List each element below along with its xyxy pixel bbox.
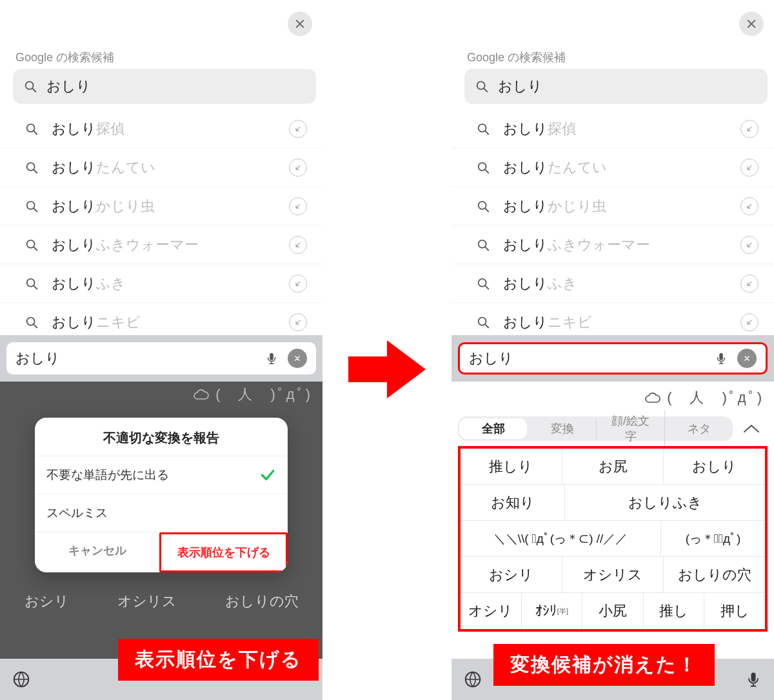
- clear-input-icon[interactable]: [288, 349, 307, 368]
- fill-arrow-icon[interactable]: [740, 120, 759, 138]
- svg-line-11: [34, 286, 37, 289]
- candidate-cell[interactable]: おしり: [663, 449, 765, 484]
- suggestion-item[interactable]: おしりかじり虫: [0, 187, 322, 226]
- kaomoji-preview: ( 人 )ﾟдﾟ): [452, 383, 774, 413]
- candidate-cell[interactable]: ｵｼﾘ[半]: [521, 593, 582, 629]
- fill-arrow-icon[interactable]: [289, 236, 307, 254]
- cancel-button[interactable]: キャンセル: [35, 532, 159, 572]
- suggestion-item[interactable]: おしりふき: [452, 264, 774, 303]
- svg-line-25: [485, 247, 488, 250]
- svg-line-9: [34, 247, 37, 250]
- mic-icon[interactable]: [744, 670, 762, 688]
- svg-line-7: [34, 208, 37, 211]
- globe-icon[interactable]: [463, 670, 482, 689]
- candidate-cell[interactable]: お知り: [461, 485, 564, 520]
- candidate-peek-row: おシリ オシリス おしりの穴: [0, 585, 322, 617]
- suggestion-header: Google の検索候補: [15, 50, 114, 65]
- text-input[interactable]: おしり: [6, 342, 316, 374]
- cloud-icon: [644, 391, 662, 405]
- tab-neta[interactable]: ネタ: [665, 418, 733, 439]
- modal-option-spelling-error[interactable]: スペルミス: [35, 494, 288, 532]
- input-value: おしり: [15, 349, 60, 368]
- modal-option-unwanted-word[interactable]: 不要な単語が先に出る: [35, 456, 288, 494]
- fill-arrow-icon[interactable]: [289, 120, 307, 138]
- search-icon: [476, 122, 490, 136]
- lower-rank-button[interactable]: 表示順位を下げる: [159, 532, 288, 572]
- right-screenshot: Google の検索候補 おしり おしり探偵 おしりたんてい おしりかじり虫: [452, 0, 774, 700]
- svg-rect-30: [719, 353, 723, 360]
- fill-arrow-icon[interactable]: [740, 159, 759, 177]
- clear-input-icon[interactable]: [737, 349, 757, 368]
- suggestion-item[interactable]: おしりたんてい: [0, 148, 322, 187]
- svg-line-3: [34, 131, 37, 134]
- search-icon: [25, 277, 39, 291]
- candidate-cell[interactable]: ＼＼\\( ﾟдﾟ(っ＊⊂) //／／: [461, 521, 660, 556]
- candidate-cell[interactable]: 推し: [643, 593, 704, 629]
- tab-emoji[interactable]: 顔/絵文字: [597, 411, 665, 447]
- candidate-grid: 推しり お尻 おしり お知り おしりふき ＼＼\\( ﾟдﾟ(っ＊⊂) //／／…: [458, 446, 768, 632]
- fill-arrow-icon[interactable]: [289, 159, 307, 177]
- svg-line-23: [485, 208, 488, 211]
- suggestion-header: Google の検索候補: [467, 50, 566, 65]
- suggestion-item[interactable]: おしりふきウォーマー: [452, 226, 774, 264]
- cloud-icon: [192, 387, 210, 402]
- search-icon: [23, 79, 37, 93]
- suggestion-list: おしり探偵 おしりたんてい おしりかじり虫 おしりふきウォーマー おしりふき: [0, 110, 322, 342]
- svg-line-29: [485, 324, 488, 327]
- suggestion-item[interactable]: おしり探偵: [452, 110, 774, 148]
- close-icon[interactable]: [739, 12, 764, 36]
- search-input[interactable]: おしり: [13, 69, 316, 104]
- candidate-cell[interactable]: 推しり: [461, 449, 562, 484]
- search-icon: [476, 199, 490, 213]
- mic-icon[interactable]: [714, 351, 728, 365]
- left-screenshot: Google の検索候補 おしり おしり探偵 おしりたんてい おしりかじり虫: [0, 0, 322, 700]
- suggestion-list: おしり探偵 おしりたんてい おしりかじり虫 おしりふきウォーマー おしりふき: [452, 110, 774, 342]
- search-icon: [25, 199, 39, 213]
- candidate-cell[interactable]: おしりふき: [564, 485, 765, 520]
- search-input[interactable]: おしり: [464, 69, 768, 104]
- suggestion-item[interactable]: おしりふきウォーマー: [0, 226, 322, 264]
- search-query: おしり: [46, 77, 91, 96]
- search-icon: [25, 122, 39, 136]
- globe-icon[interactable]: [12, 670, 31, 689]
- candidate-cell[interactable]: オシリス: [562, 557, 664, 592]
- search-query: おしり: [498, 77, 542, 96]
- fill-arrow-icon[interactable]: [740, 197, 759, 215]
- fill-arrow-icon[interactable]: [289, 275, 307, 293]
- suggestion-item[interactable]: おしりたんてい: [452, 148, 774, 187]
- candidate-tabs: 全部 変換 顔/絵文字 ネタ: [452, 413, 774, 445]
- tab-convert[interactable]: 変換: [528, 418, 597, 439]
- candidate-cell[interactable]: おシリ: [461, 557, 562, 592]
- fill-arrow-icon[interactable]: [740, 275, 759, 293]
- text-input[interactable]: おしり: [458, 342, 768, 374]
- mic-icon[interactable]: [264, 351, 279, 365]
- kaomoji-preview: ( 人 )ﾟдﾟ): [192, 385, 312, 404]
- svg-line-17: [484, 88, 487, 92]
- modal-title: 不適切な変換を報告: [35, 418, 288, 456]
- suggestion-item[interactable]: おしりふき: [0, 264, 322, 303]
- fill-arrow-icon[interactable]: [289, 197, 307, 215]
- collapse-icon[interactable]: [735, 416, 768, 441]
- search-icon: [476, 238, 490, 252]
- candidate-cell[interactable]: 押し: [704, 593, 765, 629]
- input-value: おしり: [469, 349, 513, 368]
- suggestion-item[interactable]: おしりかじり虫: [452, 187, 774, 226]
- svg-rect-32: [751, 673, 756, 682]
- fill-arrow-icon[interactable]: [740, 236, 759, 254]
- candidate-cell[interactable]: オシリ: [461, 593, 521, 629]
- svg-line-5: [34, 170, 37, 173]
- candidate-cell[interactable]: おしりの穴: [663, 557, 765, 592]
- fill-arrow-icon[interactable]: [740, 313, 759, 331]
- candidate-cell[interactable]: (っ＊⊂ﾟдﾟ): [660, 521, 765, 556]
- svg-line-21: [485, 170, 488, 173]
- candidate-cell[interactable]: お尻: [562, 449, 664, 484]
- close-icon[interactable]: [288, 12, 312, 36]
- svg-line-27: [485, 286, 488, 289]
- text-input-bar: おしり: [0, 335, 322, 382]
- suggestion-item[interactable]: おしり探偵: [0, 110, 322, 148]
- svg-line-13: [34, 324, 37, 327]
- annotation-label: 変換候補が消えた！: [493, 644, 715, 686]
- fill-arrow-icon[interactable]: [289, 313, 307, 331]
- candidate-cell[interactable]: 小尻: [582, 593, 643, 629]
- tab-all[interactable]: 全部: [459, 418, 527, 439]
